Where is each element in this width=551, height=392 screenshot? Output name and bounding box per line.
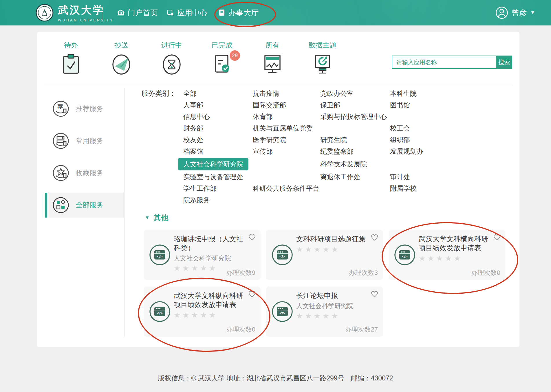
usage-count: 办理次数0 (471, 268, 500, 277)
category-item[interactable]: 本科生院 (390, 89, 417, 98)
category-item[interactable]: 校工会 (390, 124, 410, 133)
favorite-icon[interactable] (371, 234, 378, 241)
other-section-header: ▼ 其他 (145, 213, 168, 222)
tab-data-topics[interactable]: 数据主题 (301, 41, 344, 76)
svg-text:</>: </> (157, 254, 163, 259)
usage-count: 办理次数3 (349, 268, 378, 277)
category-filter-label: 服务类别： (141, 88, 176, 99)
usage-count: 办理次数0 (226, 325, 255, 334)
category-item[interactable]: 人事部 (183, 101, 203, 110)
apps-icon (167, 9, 174, 16)
user-menu[interactable]: 曾彦 ▼ (495, 0, 535, 25)
top-nav: 武汉大学 WUHAN UNIVERSITY 门户首页 应用中心 办事大厅 (0, 0, 551, 25)
all-services-icon (52, 197, 69, 214)
favorite-icon[interactable] (248, 234, 256, 241)
sidebar-item-frequent[interactable]: 常用服务 (45, 128, 124, 153)
category-item[interactable]: 医学研究院 (253, 135, 286, 144)
sidebar-item-recommended[interactable]: 荐 推荐服务 (45, 96, 124, 121)
divider (124, 88, 125, 337)
category-item[interactable]: 审计处 (390, 172, 410, 181)
card-title: 珞珈讲坛申报（人文社科类） (174, 234, 247, 252)
service-card[interactable]: </> 武汉大学文科横向科研项目绩效发放申请表 ★★★★★ 办理次数0 (389, 230, 506, 280)
search-button[interactable]: 搜索 (496, 56, 512, 69)
service-card[interactable]: </> 文科科研项目选题征集 ★★★★★ 办理次数3 (266, 230, 383, 280)
favorite-icon[interactable] (371, 290, 378, 298)
divider (102, 5, 102, 20)
category-item[interactable]: 离退休工作处 (320, 172, 360, 181)
document-icon (218, 9, 226, 16)
category-item[interactable]: 实验室与设备管理处 (183, 172, 243, 181)
service-card[interactable]: </> 武汉大学文科纵向科研项目绩效发放申请表 ★★★★★ 办理次数0 (144, 286, 261, 337)
tab-label: 抄送 (104, 41, 139, 50)
tab-in-progress[interactable]: 进行中 (154, 41, 189, 76)
category-item[interactable]: 国际交流部 (253, 101, 286, 110)
category-column: 全部 人事部 信息中心 财务部 校友处 档案馆 人文社会科学研究院 实验室与设备… (183, 88, 248, 206)
category-item[interactable]: 机关与直属单位党委 (253, 124, 313, 133)
app-window-icon: </> (271, 301, 293, 323)
collapse-triangle-icon[interactable]: ▼ (145, 215, 150, 221)
logo-subtitle: WUHAN UNIVERSITY (58, 18, 114, 22)
sidebar-item-label: 全部服务 (76, 200, 103, 210)
user-avatar-icon (495, 6, 508, 19)
category-item[interactable]: 纪委监察部 (320, 147, 354, 156)
copyright-text: 版权信息：© 武汉大学 地址：湖北省武汉市武昌区八一路299号 邮编：43007… (0, 374, 551, 383)
service-card[interactable]: </> 长江论坛申报 人文社会科学研究院 ★★★★★ 办理次数27 (266, 286, 383, 337)
recommended-services-icon: 荐 (52, 100, 69, 117)
category-item[interactable]: 采购与招投标管理中心 (320, 112, 387, 121)
service-card[interactable]: </> 珞珈讲坛申报（人文社科类） 人文社会科学研究院 ★★★★★ 办理次数9 (144, 230, 261, 280)
favorite-services-icon (52, 165, 69, 181)
nav-item-label: 办事大厅 (228, 8, 259, 18)
category-item[interactable]: 全部 (183, 89, 197, 98)
category-item[interactable]: 发展规划办 (390, 147, 423, 156)
hourglass-icon (162, 53, 182, 75)
category-item[interactable]: 校友处 (183, 135, 203, 144)
logo-title: 武汉大学 (58, 3, 114, 17)
category-item[interactable]: 科学技术发展院 (320, 160, 367, 169)
sidebar-item-all[interactable]: 全部服务 (45, 193, 124, 218)
nav-item-label: 应用中心 (177, 8, 207, 18)
chevron-down-icon: ▼ (530, 10, 535, 16)
user-name: 曾彦 (512, 8, 527, 18)
category-item[interactable]: 图书馆 (390, 101, 410, 110)
svg-text:</>: </> (157, 311, 163, 315)
category-item[interactable]: 组织部 (390, 135, 410, 144)
category-column: 本科生院 图书馆 校工会 组织部 发展规划办 审计处 附属学校 (390, 88, 423, 206)
favorite-icon[interactable] (248, 290, 256, 298)
sidebar-item-favorites[interactable]: 收藏服务 (45, 161, 124, 185)
category-item-selected[interactable]: 人文社会科学研究院 (178, 158, 248, 170)
common-services-icon (52, 132, 69, 149)
category-item[interactable]: 党政办公室 (320, 89, 354, 98)
category-item[interactable]: 抗击疫情 (253, 89, 279, 98)
tab-completed[interactable]: 已完成 29 (205, 41, 239, 76)
category-item[interactable]: 研究生院 (320, 135, 347, 144)
notification-badge: 29 (230, 50, 240, 61)
tab-cc[interactable]: 抄送 (104, 41, 139, 76)
sidebar-item-label: 收藏服务 (76, 168, 103, 178)
category-item[interactable]: 体育部 (253, 112, 273, 121)
card-subtitle: 人文社会科学研究院 (296, 302, 369, 310)
card-title: 文科科研项目选题征集 (296, 234, 369, 243)
favorite-icon[interactable] (493, 234, 501, 241)
tab-todo[interactable]: 待办 (54, 41, 88, 76)
nav-item-app-center[interactable]: 应用中心 (167, 0, 207, 25)
category-item[interactable]: 财务部 (183, 124, 203, 133)
tab-all[interactable]: 所有 (255, 41, 290, 76)
category-item[interactable]: 信息中心 (183, 112, 210, 121)
category-item[interactable]: 档案馆 (183, 147, 203, 156)
monitor-chart-icon (313, 53, 332, 75)
svg-text:</>: </> (280, 311, 285, 315)
search-bar: 搜索 (392, 56, 512, 69)
category-item[interactable]: 附属学校 (390, 184, 417, 193)
nav-item-portal-home[interactable]: 门户首页 (117, 0, 158, 25)
category-item[interactable]: 宣传部 (253, 147, 273, 156)
category-item[interactable]: 科研公共服务条件平台 (253, 184, 319, 193)
category-column: 抗击疫情 国际交流部 体育部 机关与直属单位党委 医学研究院 宣传部 科研公共服… (253, 88, 319, 206)
category-item[interactable]: 保卫部 (320, 101, 340, 110)
bank-icon (117, 9, 125, 17)
nav-item-service-hall[interactable]: 办事大厅 (218, 0, 259, 25)
section-title: 其他 (154, 213, 168, 222)
category-item[interactable]: 学生工作部 (183, 184, 217, 193)
sidebar-item-label: 推荐服务 (76, 104, 103, 113)
search-input[interactable] (392, 56, 496, 69)
category-item[interactable]: 院系服务 (183, 196, 210, 205)
